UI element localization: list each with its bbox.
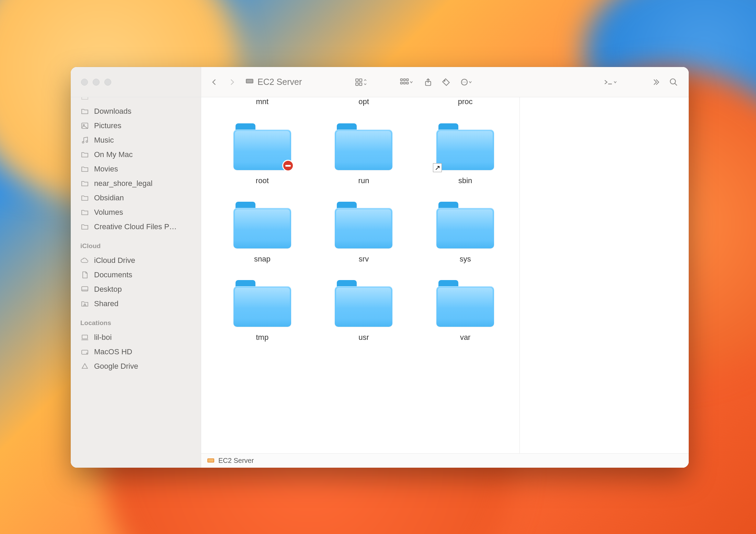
folder-item-mnt[interactable]: mnt <box>215 97 310 107</box>
server-disk-icon <box>245 77 254 87</box>
back-button[interactable] <box>207 75 221 89</box>
svg-rect-33 <box>208 459 214 462</box>
minimize-window-button[interactable] <box>93 79 100 86</box>
sidebar-item-lil-boi[interactable]: lil-boi <box>71 330 201 345</box>
sidebar-item-pictures[interactable]: Pictures <box>71 119 201 133</box>
finder-window: EC2 Server <box>71 67 689 468</box>
sidebar-item-label: Documents <box>94 270 132 279</box>
sidebar-item-label: Volumes <box>94 208 123 217</box>
sidebar-item-macos-hd[interactable]: MacOS HD <box>71 345 201 359</box>
folder-icon <box>434 278 496 330</box>
window-body: DownloadsPicturesMusicOn My MacMoviesnea… <box>71 97 689 468</box>
sidebar: DownloadsPicturesMusicOn My MacMoviesnea… <box>71 97 201 468</box>
sidebar-item-volumes[interactable]: Volumes <box>71 205 201 220</box>
folder-icon <box>231 121 293 173</box>
folder-item-var[interactable]: var <box>418 278 513 342</box>
icon-grid-scroll[interactable]: mntoptprocrootrun↗sbinsnapsrvsystmpusrva… <box>201 97 520 453</box>
sidebar-item-label: On My Mac <box>94 150 133 159</box>
folder-item-sbin[interactable]: ↗sbin <box>418 121 513 185</box>
folder-label: var <box>460 333 471 342</box>
svg-rect-7 <box>404 79 405 80</box>
sidebar-item-label: iCloud Drive <box>94 256 135 265</box>
folder-item-sys[interactable]: sys <box>418 200 513 264</box>
folder-icon <box>231 200 293 251</box>
sidebar-item-label: Downloads <box>94 107 131 116</box>
sidebar-item[interactable] <box>71 97 201 104</box>
view-mode-button[interactable] <box>351 75 370 89</box>
terminal-icon[interactable] <box>599 75 623 89</box>
sidebar-item-label: Google Drive <box>94 362 138 371</box>
sidebar-item-label: MacOS HD <box>94 347 132 356</box>
share-button[interactable] <box>421 75 435 89</box>
folder-icon <box>80 150 89 159</box>
sidebar-item-downloads[interactable]: Downloads <box>71 104 201 119</box>
shared-icon <box>80 299 89 308</box>
folder-icon <box>434 200 496 251</box>
sidebar-item-creative-cloud-files-p-[interactable]: Creative Cloud Files P… <box>71 220 201 234</box>
titlebar: EC2 Server <box>71 67 689 97</box>
sidebar-item-music[interactable]: Music <box>71 133 201 147</box>
zoom-window-button[interactable] <box>104 79 111 86</box>
svg-point-24 <box>82 142 84 143</box>
path-bar[interactable]: EC2 Server <box>201 453 689 468</box>
svg-point-18 <box>466 81 466 82</box>
folder-icon <box>333 278 394 330</box>
svg-point-17 <box>464 81 465 82</box>
tags-button[interactable] <box>439 75 453 89</box>
folder-icon: ↗ <box>434 121 496 173</box>
folder-icon <box>80 193 89 202</box>
action-menu-button[interactable] <box>457 75 476 89</box>
svg-rect-11 <box>406 82 408 84</box>
laptop-icon <box>80 333 89 342</box>
sidebar-item-google-drive[interactable]: Google Drive <box>71 359 201 374</box>
close-window-button[interactable] <box>81 79 88 86</box>
folder-item-usr[interactable]: usr <box>317 278 411 342</box>
search-button[interactable] <box>667 75 680 89</box>
svg-point-14 <box>444 80 445 81</box>
sidebar-section-icloud: iCloud <box>71 234 201 253</box>
icon-grid: mntoptprocrootrun↗sbinsnapsrvsystmpusrva… <box>215 97 513 342</box>
folder-item-proc[interactable]: proc <box>418 97 513 107</box>
forward-button[interactable] <box>225 75 239 89</box>
folder-icon <box>80 179 89 188</box>
sidebar-item-label: Creative Cloud Files P… <box>94 222 177 231</box>
sidebar-item-documents[interactable]: Documents <box>71 268 201 282</box>
sidebar-item-label: Shared <box>94 299 118 308</box>
folder-item-run[interactable]: run <box>317 121 411 185</box>
sidebar-item-label: Music <box>94 136 114 145</box>
folder-item-snap[interactable]: snap <box>215 200 310 264</box>
svg-rect-1 <box>247 80 252 83</box>
folder-item-tmp[interactable]: tmp <box>215 278 310 342</box>
sidebar-item-desktop[interactable]: Desktop <box>71 282 201 297</box>
sidebar-item-label: lil-boi <box>94 333 112 342</box>
folder-item-srv[interactable]: srv <box>317 200 411 264</box>
svg-rect-6 <box>401 79 402 80</box>
sidebar-item-obsidian[interactable]: Obsidian <box>71 191 201 205</box>
group-by-button[interactable] <box>396 75 417 89</box>
folder-label: root <box>256 176 269 185</box>
disk-icon <box>80 347 89 356</box>
sidebar-item-label: Movies <box>94 165 118 174</box>
folder-label: sys <box>460 255 471 264</box>
svg-rect-3 <box>359 79 362 81</box>
sidebar-item-on-my-mac[interactable]: On My Mac <box>71 147 201 162</box>
overflow-button[interactable] <box>649 75 663 89</box>
folder-item-root[interactable]: root <box>215 121 310 185</box>
folder-icon <box>333 121 394 173</box>
folder-item-opt[interactable]: opt <box>317 97 411 107</box>
window-title-text: EC2 Server <box>257 77 302 87</box>
sidebar-item-label: near_shore_legal <box>94 179 152 188</box>
folder-label: sbin <box>458 176 472 185</box>
svg-point-25 <box>86 141 88 143</box>
sidebar-item-shared[interactable]: Shared <box>71 297 201 311</box>
sidebar-item-icloud-drive[interactable]: iCloud Drive <box>71 253 201 268</box>
image-icon <box>80 121 89 130</box>
folder-icon <box>80 208 89 217</box>
folder-icon <box>231 278 293 330</box>
desktop-icon <box>80 285 89 294</box>
cloud-icon <box>80 256 89 265</box>
sidebar-item-movies[interactable]: Movies <box>71 162 201 176</box>
folder-label: tmp <box>256 333 268 342</box>
sidebar-item-near-shore-legal[interactable]: near_shore_legal <box>71 176 201 191</box>
window-title: EC2 Server <box>245 77 302 87</box>
